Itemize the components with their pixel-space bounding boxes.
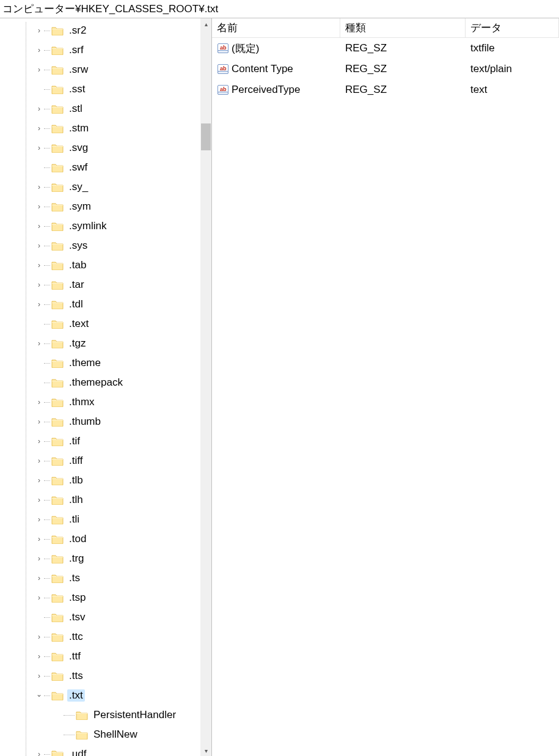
tree-item[interactable]: .swf	[0, 158, 211, 177]
expand-icon[interactable]: ›	[34, 476, 44, 485]
list-row[interactable]: (既定)REG_SZtxtfile	[212, 38, 559, 59]
tree-item[interactable]: ›.sr2	[0, 21, 211, 40]
expand-icon[interactable]: ›	[34, 672, 44, 680]
value-type-cell: REG_SZ	[340, 42, 466, 54]
folder-icon	[51, 573, 64, 583]
expand-icon[interactable]: ›	[34, 652, 44, 661]
tree-item[interactable]: ›.tar	[0, 275, 211, 295]
expand-icon[interactable]: ›	[34, 750, 44, 756]
tree-item[interactable]: ›.thumb	[0, 412, 211, 431]
tree-item[interactable]: .tsv	[0, 607, 211, 627]
column-header-name[interactable]: 名前	[212, 18, 340, 37]
tree-item[interactable]: ›.trg	[0, 549, 211, 568]
list-row[interactable]: PerceivedTypeREG_SZtext	[212, 79, 559, 100]
expand-icon[interactable]: ›	[34, 437, 44, 446]
tree-item[interactable]: .text	[0, 314, 211, 334]
expand-icon[interactable]: ›	[34, 26, 44, 35]
expand-icon[interactable]: ›	[34, 144, 44, 152]
tree-item[interactable]: ›.symlink	[0, 216, 211, 236]
expand-icon[interactable]: ›	[34, 202, 44, 211]
folder-icon	[51, 456, 64, 466]
tree-item[interactable]: ›.tdl	[0, 295, 211, 314]
expand-icon[interactable]: ›	[34, 339, 44, 348]
expand-icon[interactable]: ›	[34, 241, 44, 250]
column-header-type[interactable]: 種類	[340, 18, 466, 37]
expand-icon[interactable]: ›	[34, 417, 44, 426]
scroll-down-icon[interactable]: ▾	[200, 745, 211, 756]
tree-item[interactable]: ›.tsp	[0, 588, 211, 607]
scroll-thumb[interactable]	[201, 123, 211, 150]
address-bar[interactable]: コンピューター¥HKEY_CLASSES_ROOT¥.txt	[0, 0, 559, 18]
expand-icon[interactable]: ›	[34, 183, 44, 191]
tree-item-label: .trg	[67, 552, 86, 565]
expand-icon[interactable]: ›	[34, 65, 44, 74]
tree-item[interactable]: ›.srw	[0, 60, 211, 79]
tree-item-label: .tsp	[67, 592, 87, 604]
tree-item[interactable]: ›.svg	[0, 138, 211, 158]
tree-connector	[44, 637, 50, 637]
tree-item[interactable]: ›.ttc	[0, 627, 211, 647]
tree-item[interactable]: ›.tod	[0, 529, 211, 549]
tree-scrollbar[interactable]: ▴ ▾	[200, 18, 211, 756]
expand-icon[interactable]: ›	[34, 593, 44, 602]
expand-icon[interactable]: ›	[34, 398, 44, 406]
tree-connector	[44, 187, 50, 188]
tree-item[interactable]: ⌄.txt	[0, 686, 211, 705]
expand-icon[interactable]: ›	[34, 124, 44, 133]
tree-item[interactable]: PersistentHandler	[0, 705, 211, 725]
tree-item[interactable]: ›.udf	[0, 744, 211, 756]
expand-icon[interactable]: ›	[34, 300, 44, 309]
tree-item[interactable]: ›.ttf	[0, 647, 211, 666]
tree-item[interactable]: ›.srf	[0, 40, 211, 60]
tree-item-label: .tab	[67, 259, 88, 271]
tree-connector	[44, 167, 50, 168]
tree-pane[interactable]: ›.sr2›.srf›.srw.sst›.stl›.stm›.svg.swf›.…	[0, 18, 212, 756]
tree-item[interactable]: ›.tiff	[0, 451, 211, 471]
expand-icon[interactable]: ›	[34, 554, 44, 563]
folder-icon	[51, 104, 64, 114]
list-row[interactable]: Content TypeREG_SZtext/plain	[212, 59, 559, 79]
tree-connector	[44, 617, 50, 618]
tree-item[interactable]: ›.tgz	[0, 334, 211, 353]
tree-item[interactable]: ›.tlh	[0, 490, 211, 510]
tree-item[interactable]: ›.tli	[0, 510, 211, 529]
expand-icon[interactable]: ›	[34, 496, 44, 504]
tree-connector	[44, 31, 50, 31]
tree-item[interactable]: ›.stm	[0, 119, 211, 138]
column-header-data[interactable]: データ	[466, 18, 559, 37]
tree-item[interactable]: .theme	[0, 353, 211, 373]
expand-icon[interactable]: ›	[34, 261, 44, 270]
expand-icon[interactable]: ›	[34, 574, 44, 582]
expand-icon[interactable]: ›	[34, 457, 44, 465]
tree-item[interactable]: ›.tts	[0, 666, 211, 686]
expand-icon[interactable]: ›	[34, 515, 44, 524]
tree-item-label: .tod	[67, 533, 88, 545]
expand-icon[interactable]: ›	[34, 281, 44, 289]
expand-icon[interactable]: ›	[34, 535, 44, 543]
tree-item[interactable]: ›.sys	[0, 236, 211, 255]
tree-item[interactable]: ShellNew	[0, 725, 211, 744]
tree-item[interactable]: ›.thmx	[0, 392, 211, 412]
tree-item[interactable]: ›.sy_	[0, 177, 211, 197]
tree-item[interactable]: .sst	[0, 79, 211, 99]
tree-connector	[64, 735, 75, 735]
tree-item[interactable]: ›.tlb	[0, 471, 211, 490]
tree-item[interactable]: .themepack	[0, 373, 211, 392]
expand-icon[interactable]: ›	[34, 105, 44, 113]
expand-icon[interactable]: ›	[34, 46, 44, 54]
tree-item[interactable]: ›.tab	[0, 255, 211, 275]
scroll-up-icon[interactable]: ▴	[200, 18, 211, 29]
tree-item[interactable]: ›.tif	[0, 431, 211, 451]
tree-item-label: .tdl	[67, 298, 85, 310]
collapse-icon[interactable]: ⌄	[34, 690, 44, 699]
tree-item-label: ShellNew	[92, 728, 139, 741]
folder-icon	[51, 45, 64, 55]
tree-item[interactable]: ›.stl	[0, 99, 211, 119]
tree-item[interactable]: ›.ts	[0, 568, 211, 588]
expand-icon[interactable]: ›	[34, 633, 44, 641]
tree-item[interactable]: ›.sym	[0, 197, 211, 216]
tree-item-label: .symlink	[67, 220, 108, 232]
list-header[interactable]: 名前 種類 データ	[212, 18, 559, 38]
expand-icon[interactable]: ›	[34, 222, 44, 230]
values-pane[interactable]: 名前 種類 データ (既定)REG_SZtxtfileContent TypeR…	[212, 18, 559, 756]
